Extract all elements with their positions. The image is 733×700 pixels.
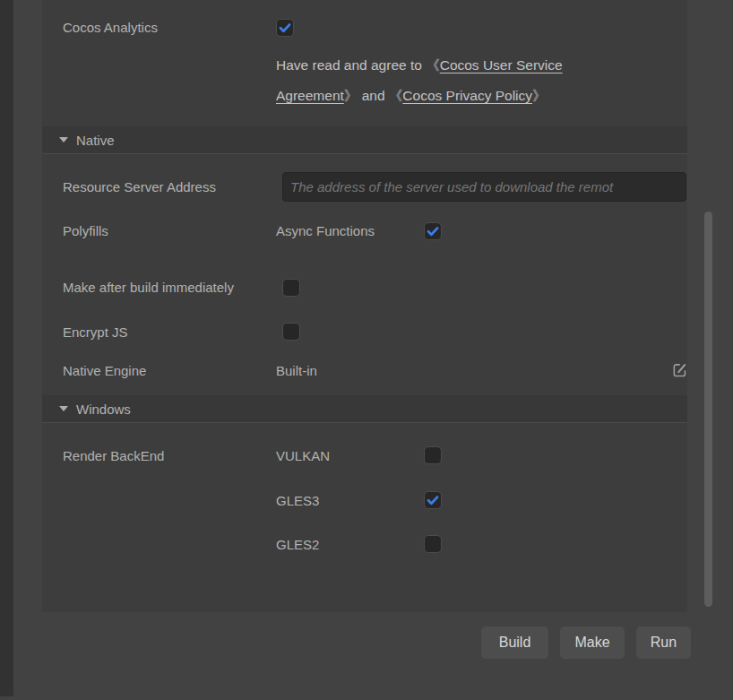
async-functions-label: Async Functions <box>276 223 375 239</box>
section-header-native[interactable]: Native <box>42 126 687 154</box>
privacy-close-quote: 》 <box>532 88 547 103</box>
privacy-open-quote: 《 <box>389 88 403 103</box>
render-backend-option-gles3-checkbox[interactable] <box>424 491 442 509</box>
edit-icon[interactable] <box>672 362 687 377</box>
section-header-windows[interactable]: Windows <box>42 395 687 423</box>
agreement-open-quote: 《 <box>426 57 440 73</box>
render-backend-option-gles2-label: GLES2 <box>276 537 319 553</box>
native-engine-value: Built-in <box>276 363 317 379</box>
privacy-policy-link[interactable]: Cocos Privacy Policy <box>402 88 532 103</box>
make-button[interactable]: Make <box>560 627 625 659</box>
vertical-scrollbar-thumb[interactable] <box>704 212 712 607</box>
agreement-text: Have read and agree to 《Cocos User Servi… <box>276 50 636 111</box>
chevron-down-icon <box>59 406 68 411</box>
build-button[interactable]: Build <box>481 627 548 659</box>
render-backend-option-vulkan-label: VULKAN <box>276 448 330 464</box>
native-engine-label: Native Engine <box>63 363 146 379</box>
checkmark-icon <box>426 224 440 238</box>
build-options-scroll-panel: Cocos Analytics Have read and agree to 《… <box>42 0 687 612</box>
checkmark-icon <box>426 493 440 507</box>
async-functions-checkbox[interactable] <box>424 222 442 240</box>
cocos-analytics-checkbox[interactable] <box>276 19 294 37</box>
run-button[interactable]: Run <box>636 627 691 659</box>
encrypt-js-checkbox[interactable] <box>282 323 300 341</box>
resource-server-address-input[interactable] <box>282 172 686 202</box>
render-backend-option-gles3-label: GLES3 <box>276 493 319 509</box>
windows-section-title: Windows <box>76 402 131 417</box>
build-settings-dialog: Cocos Analytics Have read and agree to 《… <box>13 0 733 696</box>
agreement-prefix: Have read and agree to <box>276 57 422 73</box>
chevron-down-icon <box>59 137 68 143</box>
background-window-edge <box>0 0 13 696</box>
render-backend-option-vulkan-checkbox[interactable] <box>424 446 442 464</box>
cocos-analytics-label: Cocos Analytics <box>63 20 158 36</box>
encrypt-js-label: Encrypt JS <box>63 324 128 341</box>
resource-server-address-label: Resource Server Address <box>63 179 216 195</box>
make-after-build-checkbox[interactable] <box>282 279 300 297</box>
native-section-title: Native <box>76 133 115 148</box>
render-backend-option-gles2-checkbox[interactable] <box>424 535 442 553</box>
agreement-conjunction: and <box>362 88 385 103</box>
checkmark-icon <box>278 21 292 35</box>
polyfills-label: Polyfills <box>63 223 108 239</box>
make-after-build-label: Make after build immediately <box>63 280 234 296</box>
agreement-close-quote: 》 <box>344 88 358 103</box>
render-backend-label: Render BackEnd <box>63 448 164 464</box>
